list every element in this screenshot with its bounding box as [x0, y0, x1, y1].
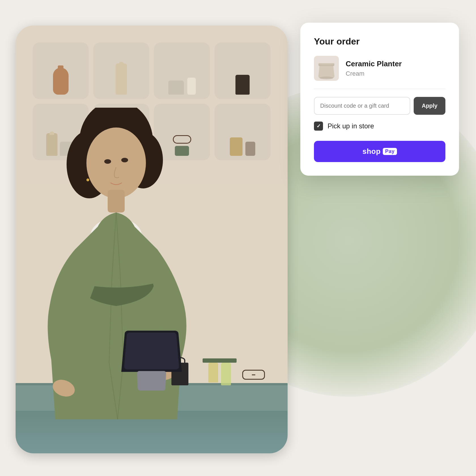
discount-row: Apply [314, 97, 445, 115]
shelf-niche [154, 42, 210, 99]
decorative-candle [187, 78, 196, 95]
shop-pay-label: shop [362, 147, 381, 156]
pickup-label: Pick up in store [328, 122, 374, 130]
product-variant: Cream [346, 70, 445, 77]
pos-base [137, 371, 166, 390]
pay-badge: Pay [383, 148, 397, 155]
counter-items [203, 358, 265, 385]
store-photo [16, 26, 288, 453]
decorative-item [245, 142, 255, 156]
decorative-item [230, 137, 243, 156]
svg-point-10 [121, 158, 128, 162]
tray [203, 358, 237, 363]
perfume-bottle [208, 363, 218, 382]
pickup-checkbox[interactable]: ✓ [314, 122, 323, 131]
discount-input[interactable] [314, 97, 410, 115]
decorative-vase [53, 68, 69, 95]
shelf-niche [214, 42, 271, 99]
decorative-planter [168, 80, 184, 95]
pickup-row: ✓ Pick up in store [314, 122, 445, 133]
check-icon: ✓ [316, 123, 321, 129]
perfume-bottle-2 [221, 363, 231, 385]
product-image [314, 56, 339, 81]
shelf-niche [214, 104, 271, 160]
svg-point-8 [86, 178, 89, 181]
order-title: Your order [314, 36, 445, 47]
svg-point-9 [104, 159, 111, 164]
sunglasses [242, 370, 265, 380]
product-row: Ceramic Planter Cream [314, 56, 445, 89]
pos-terminal [123, 329, 180, 391]
decorative-bag [235, 75, 250, 95]
order-card: Your order Ceramic Planter Cream Apply [300, 23, 459, 176]
pos-screen [121, 331, 182, 372]
product-name: Ceramic Planter [346, 59, 445, 69]
tablet-screen [124, 333, 179, 369]
svg-point-3 [86, 128, 146, 198]
product-info: Ceramic Planter Cream [346, 59, 445, 77]
shelf-niche [33, 42, 89, 99]
svg-point-13 [320, 76, 333, 79]
apply-button[interactable]: Apply [414, 97, 445, 115]
svg-rect-4 [108, 190, 125, 212]
shop-pay-button[interactable]: shop Pay [314, 141, 445, 162]
svg-rect-12 [319, 63, 334, 65]
shelf-niche [93, 42, 149, 99]
decorative-vase-tall [116, 63, 127, 95]
